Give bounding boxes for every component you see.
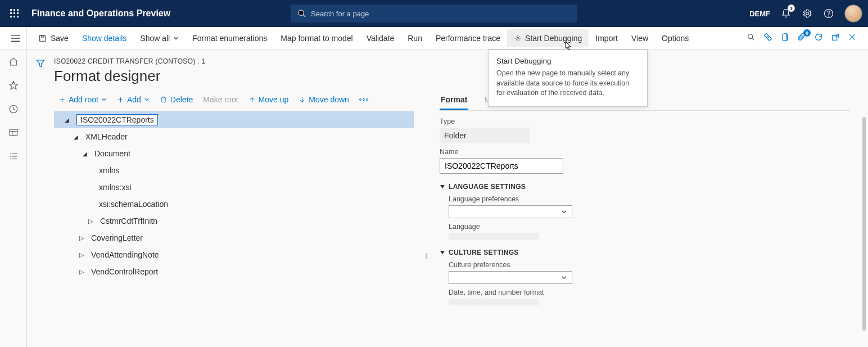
tree-label: xsi:schemaLocation (99, 200, 168, 209)
type-value: Folder (440, 128, 530, 143)
nav-hamburger-icon[interactable] (4, 27, 27, 49)
validate-button[interactable]: Validate (360, 29, 401, 47)
svg-marker-27 (9, 82, 17, 89)
svg-point-45 (359, 99, 361, 101)
tree-label: Document (94, 149, 130, 158)
attachments-badge: 0 (803, 29, 811, 37)
tree-row[interactable]: ▷ VendAttendingNote (54, 246, 414, 263)
map-format-button[interactable]: Map format to model (274, 29, 359, 47)
popup-icon[interactable] (831, 33, 840, 43)
svg-line-20 (752, 38, 754, 40)
type-label: Type (440, 118, 850, 125)
link-diamond-icon[interactable] (763, 33, 772, 43)
svg-rect-29 (10, 129, 17, 136)
tree-row[interactable]: xsi:schemaLocation (54, 196, 414, 213)
tree-label: VendControlReport (91, 267, 158, 276)
avatar[interactable] (844, 4, 862, 22)
delete-button[interactable]: Delete (155, 93, 197, 106)
format-enumerations-button[interactable]: Format enumerations (186, 29, 274, 47)
svg-marker-49 (441, 251, 445, 254)
breadcrumb: ISO20022 CREDIT TRANSFER (CONTOSO) : 1 (54, 57, 860, 65)
language-preferences-select[interactable] (449, 205, 572, 218)
split-handle[interactable]: ‖ (425, 205, 428, 305)
find-icon[interactable] (747, 33, 756, 43)
refresh-icon[interactable] (814, 33, 823, 43)
add-root-button[interactable]: Add root (54, 93, 111, 106)
move-up-button[interactable]: Move up (244, 93, 293, 106)
svg-marker-48 (441, 186, 445, 188)
add-button[interactable]: Add (112, 93, 154, 106)
twist-right-icon[interactable]: ▷ (78, 268, 85, 276)
svg-line-10 (303, 15, 305, 17)
tree-row[interactable]: ▷ VendControlReport (54, 263, 414, 280)
move-down-button[interactable]: Move down (294, 93, 354, 106)
run-button[interactable]: Run (401, 29, 429, 47)
gear-icon[interactable] (802, 8, 813, 19)
search-input[interactable]: Search for a page (291, 4, 577, 22)
culture-preferences-label: Culture preferences (449, 261, 850, 269)
bell-icon[interactable]: 1 (780, 8, 792, 19)
language-settings-header[interactable]: LANGUAGE SETTINGS (440, 183, 850, 191)
office-icon[interactable] (780, 33, 789, 43)
twist-down-icon[interactable]: ◢ (72, 133, 80, 141)
show-details-button[interactable]: Show details (75, 29, 133, 47)
tree-row[interactable]: ▷ CoveringLetter (54, 229, 414, 246)
tree-toolbar: Add root Add Delete Make root (54, 93, 414, 106)
home-icon[interactable] (7, 55, 20, 69)
tree-label: VendAttendingNote (91, 250, 159, 259)
svg-rect-17 (41, 35, 44, 37)
name-input[interactable] (440, 158, 563, 174)
star-icon[interactable] (7, 79, 20, 92)
app-launcher-icon[interactable] (6, 4, 24, 22)
tree-row[interactable]: ◢ ISO20022CTReports (54, 111, 414, 128)
modules-icon[interactable] (7, 150, 20, 163)
tree-row[interactable]: xmlns:xsi (54, 179, 414, 196)
import-button[interactable]: Import (589, 29, 625, 47)
svg-rect-1 (13, 9, 15, 11)
date-format-value (449, 299, 539, 305)
tree-label: CoveringLetter (91, 233, 143, 242)
company-indicator[interactable]: DEMF (749, 10, 770, 18)
svg-rect-21 (765, 34, 769, 38)
twist-right-icon[interactable]: ▷ (78, 251, 85, 259)
side-nav-rail (0, 49, 27, 347)
svg-point-11 (806, 12, 809, 15)
show-all-button[interactable]: Show all (133, 29, 186, 47)
workspaces-icon[interactable] (7, 126, 20, 139)
filter-icon[interactable] (35, 58, 46, 347)
tree-label: ISO20022CTReports (76, 114, 158, 125)
svg-marker-38 (37, 60, 44, 67)
culture-preferences-select[interactable] (449, 271, 572, 284)
view-button[interactable]: View (625, 29, 655, 47)
start-debugging-tooltip: Start Debugging Open the new page to man… (488, 49, 648, 107)
more-icon[interactable] (355, 96, 373, 103)
svg-rect-0 (10, 9, 12, 11)
recent-icon[interactable] (7, 102, 20, 116)
twist-down-icon[interactable]: ◢ (81, 150, 89, 157)
tab-format[interactable]: Format (440, 93, 468, 110)
performance-trace-button[interactable]: Performance trace (429, 29, 507, 47)
options-button[interactable]: Options (655, 29, 695, 47)
start-debugging-button[interactable]: Start Debugging (507, 29, 589, 47)
tree-row[interactable]: xmlns (54, 162, 414, 179)
culture-settings-header[interactable]: CULTURE SETTINGS (440, 249, 850, 256)
tree-row[interactable]: ◢ Document (54, 145, 414, 162)
attachments-icon[interactable]: 0 (797, 33, 806, 43)
twist-right-icon[interactable]: ▷ (78, 234, 85, 242)
search-placeholder: Search for a page (311, 10, 369, 18)
twist-down-icon[interactable]: ◢ (63, 116, 71, 124)
tree-row[interactable]: ◢ XMLHeader (54, 128, 414, 145)
scrollbar[interactable] (862, 117, 866, 331)
twist-right-icon[interactable]: ▷ (87, 217, 94, 225)
tree-label: xmlns:xsi (99, 183, 132, 192)
global-header: Finance and Operations Preview Search fo… (0, 0, 868, 27)
tree-row[interactable]: ▷ CstmrCdtTrfInitn (54, 213, 414, 229)
help-icon[interactable] (823, 8, 834, 19)
svg-rect-22 (767, 37, 772, 41)
tree-label: xmlns (99, 166, 120, 175)
close-icon[interactable] (848, 33, 857, 43)
svg-rect-8 (17, 16, 19, 17)
make-root-button: Make root (198, 93, 242, 106)
svg-point-9 (299, 10, 304, 15)
save-button[interactable]: Save (31, 29, 75, 47)
